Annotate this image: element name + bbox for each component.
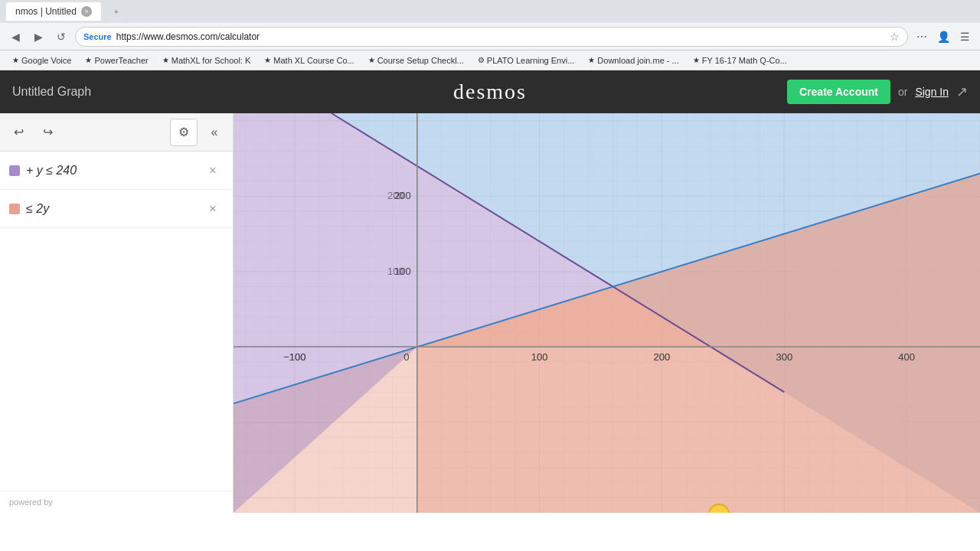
graph-area[interactable]: [234, 113, 980, 513]
secure-badge: Secure: [83, 32, 112, 41]
bookmark-label: MathXL for School: K: [172, 56, 251, 65]
bookmark-mathxl-school[interactable]: ★ MathXL for School: K: [156, 54, 257, 67]
powered-by-label: powered by: [0, 491, 233, 513]
nav-extras: ⋯ 👤 ☰: [913, 28, 974, 46]
header-actions: Create Account or Sign In ↗: [787, 80, 968, 104]
bookmark-label: PowerTeacher: [94, 56, 148, 65]
bookmark-icon: ★: [588, 56, 595, 64]
bookmark-powerteacher[interactable]: ★ PowerTeacher: [79, 54, 154, 67]
new-tab-button[interactable]: +: [109, 4, 124, 19]
address-bar[interactable]: Secure https://www.desmos.com/calculator…: [75, 27, 908, 47]
forward-button[interactable]: ▶: [29, 28, 47, 46]
desmos-logo: desmos: [453, 80, 527, 104]
bookmark-icon: ★: [85, 56, 92, 64]
refresh-button[interactable]: ↺: [52, 28, 70, 46]
desmos-header: Untitled Graph desmos Create Account or …: [0, 70, 980, 113]
bookmark-icon: ★: [12, 56, 19, 64]
bookmark-joinme[interactable]: ★ Download join.me - ...: [582, 54, 684, 67]
bookmark-icon: ★: [162, 56, 169, 64]
bookmark-label: Math XL Course Co...: [273, 56, 354, 65]
gear-icon: ⚙: [178, 125, 189, 139]
bookmark-mathxl-course[interactable]: ★ Math XL Course Co...: [258, 54, 360, 67]
expression-color-1: [9, 165, 20, 176]
or-label: or: [898, 86, 907, 98]
expression-list: + y ≤ 240 × ≤ 2y ×: [0, 152, 233, 491]
graph-title: Untitled Graph: [12, 85, 91, 99]
browser-titlebar: nmos | Untitled × +: [0, 0, 980, 23]
bookmark-plato[interactable]: ⚙ PLATO Learning Envi...: [472, 54, 581, 67]
bookmark-icon: ★: [693, 56, 700, 64]
browser-tab[interactable]: nmos | Untitled ×: [6, 2, 101, 21]
bookmark-icon: ★: [264, 56, 271, 64]
bookmark-fy-math[interactable]: ★ FY 16-17 Math Q-Co...: [687, 54, 793, 67]
tab-close-button[interactable]: ×: [81, 6, 92, 17]
bookmark-google-voice[interactable]: ★ Google Voice: [6, 54, 77, 67]
bookmarks-bar: ★ Google Voice ★ PowerTeacher ★ MathXL f…: [0, 51, 980, 70]
expression-delete-2[interactable]: ×: [205, 201, 220, 217]
expression-color-2: [9, 204, 20, 214]
expression-sidebar: ↩ ↪ ⚙ « + y ≤ 240 × ≤ 2y ×: [0, 113, 234, 513]
redo-button[interactable]: ↪: [35, 120, 60, 145]
expression-text-1[interactable]: + y ≤ 240: [26, 164, 199, 178]
bookmark-icon: ★: [368, 56, 375, 64]
undo-button[interactable]: ↩: [6, 120, 31, 145]
collapse-sidebar-button[interactable]: «: [202, 120, 227, 145]
settings-button[interactable]: ⚙: [170, 119, 198, 146]
tab-title: nmos | Untitled: [15, 6, 77, 17]
extensions-icon[interactable]: ⋯: [913, 28, 931, 46]
expression-delete-1[interactable]: ×: [205, 163, 220, 178]
main-content: ↩ ↪ ⚙ « + y ≤ 240 × ≤ 2y ×: [0, 113, 980, 513]
bookmark-icon: ⚙: [478, 56, 485, 64]
app-container: Untitled Graph desmos Create Account or …: [0, 70, 980, 513]
expression-text-2[interactable]: ≤ 2y: [26, 202, 199, 216]
share-button[interactable]: ↗: [956, 83, 968, 100]
expression-item-2: ≤ 2y ×: [0, 190, 233, 228]
menu-icon[interactable]: ☰: [956, 28, 974, 46]
url-display: https://www.desmos.com/calculator: [116, 31, 260, 42]
expression-item-1: + y ≤ 240 ×: [0, 152, 233, 190]
bookmark-star-icon[interactable]: ☆: [890, 31, 900, 43]
bookmark-label: PLATO Learning Envi...: [487, 56, 575, 65]
sidebar-toolbar: ↩ ↪ ⚙ «: [0, 113, 233, 152]
profile-icon[interactable]: 👤: [934, 28, 952, 46]
bookmark-label: Course Setup Checkl...: [377, 56, 464, 65]
bookmark-label: Download join.me - ...: [597, 56, 678, 65]
create-account-button[interactable]: Create Account: [787, 80, 890, 104]
signin-button[interactable]: Sign In: [915, 86, 949, 98]
graph-canvas: [234, 113, 980, 513]
back-button[interactable]: ◀: [6, 28, 24, 46]
bookmark-label: Google Voice: [21, 56, 71, 65]
bookmark-course-setup[interactable]: ★ Course Setup Checkl...: [362, 54, 470, 67]
browser-navbar: ◀ ▶ ↺ Secure https://www.desmos.com/calc…: [0, 23, 980, 51]
bookmark-label: FY 16-17 Math Q-Co...: [702, 56, 787, 65]
